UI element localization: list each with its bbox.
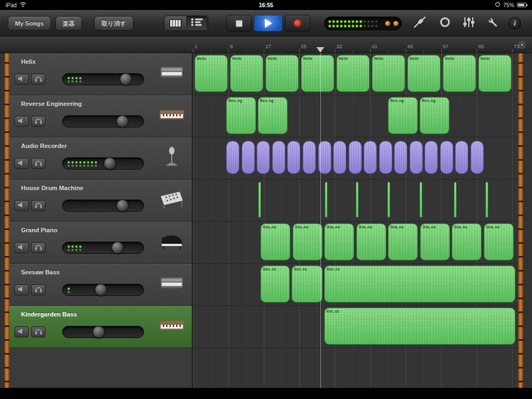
- region[interactable]: Rev..ng: [420, 97, 449, 134]
- region[interactable]: [454, 182, 457, 218]
- volume-knob[interactable]: [95, 284, 107, 296]
- scroll-strip-left[interactable]: [4, 53, 9, 388]
- region[interactable]: Helix: [230, 55, 263, 92]
- song-settings-button[interactable]: [485, 17, 500, 29]
- tracks-view-button[interactable]: [186, 16, 208, 30]
- solo-button[interactable]: [31, 116, 45, 127]
- region[interactable]: [303, 141, 316, 174]
- region[interactable]: [485, 182, 488, 218]
- region[interactable]: [258, 182, 261, 218]
- track-lane[interactable]: Rev..ngRev..ngRev..ngRev..ng: [193, 95, 519, 137]
- region[interactable]: Rev..ng: [258, 97, 288, 134]
- volume-knob[interactable]: [93, 326, 105, 338]
- solo-button[interactable]: [31, 74, 45, 85]
- volume-knob[interactable]: [120, 73, 132, 85]
- region[interactable]: Helix: [336, 55, 370, 92]
- mute-button[interactable]: [14, 284, 29, 295]
- track-lane[interactable]: [193, 180, 519, 222]
- volume-knob[interactable]: [116, 200, 129, 212]
- instruments-button[interactable]: 楽器: [55, 16, 82, 30]
- mixer-button[interactable]: [462, 17, 476, 29]
- meter-knob-icon[interactable]: [393, 21, 399, 27]
- region[interactable]: [379, 141, 392, 174]
- volume-slider[interactable]: [62, 73, 144, 85]
- region[interactable]: [394, 141, 407, 174]
- region[interactable]: [455, 141, 468, 174]
- volume-knob[interactable]: [116, 115, 129, 127]
- region[interactable]: [470, 141, 484, 174]
- volume-slider[interactable]: [62, 242, 144, 254]
- solo-button[interactable]: [31, 158, 45, 169]
- keyboard-view-button[interactable]: [165, 16, 186, 30]
- region[interactable]: [325, 182, 328, 218]
- scroll-strip-right[interactable]: [518, 53, 523, 388]
- volume-knob[interactable]: [111, 242, 124, 254]
- undo-button[interactable]: 取り消す: [94, 16, 134, 30]
- region[interactable]: Rev..ng: [226, 97, 256, 134]
- track-header[interactable]: Audio Recorder: [9, 137, 193, 180]
- solo-button[interactable]: [31, 242, 45, 253]
- region[interactable]: Helix: [407, 55, 441, 92]
- region[interactable]: Gra..no: [324, 223, 354, 260]
- mute-button[interactable]: [14, 74, 29, 85]
- region[interactable]: [242, 141, 255, 174]
- track-lane[interactable]: [193, 137, 519, 180]
- region[interactable]: [287, 141, 300, 174]
- region[interactable]: Helix: [478, 55, 511, 92]
- mute-button[interactable]: [14, 326, 29, 337]
- playhead-handle[interactable]: [316, 47, 324, 53]
- region[interactable]: [420, 182, 422, 218]
- region[interactable]: Helix: [265, 55, 299, 92]
- track-header[interactable]: House Drum Machine: [9, 180, 193, 222]
- region[interactable]: Kin..ss: [324, 308, 515, 345]
- volume-slider[interactable]: [62, 115, 144, 127]
- play-button[interactable]: [254, 15, 283, 32]
- region[interactable]: See..ss: [324, 265, 515, 303]
- loop-browser-button[interactable]: [438, 17, 452, 29]
- region[interactable]: Gra..no: [484, 223, 514, 260]
- ruler-settings-icon[interactable]: [518, 40, 526, 49]
- region[interactable]: Rev..ng: [388, 97, 418, 134]
- track-header[interactable]: Helix: [9, 53, 193, 95]
- mute-button[interactable]: [14, 242, 29, 253]
- input-jack-button[interactable]: [413, 17, 427, 29]
- region[interactable]: [356, 182, 359, 218]
- volume-slider[interactable]: [62, 157, 144, 170]
- timeline[interactable]: HelixHelixHelixHelixHelixHelixHelixHelix…: [193, 53, 519, 388]
- region[interactable]: Helix: [372, 55, 405, 92]
- region[interactable]: [424, 141, 438, 174]
- region[interactable]: See..ss: [260, 265, 290, 303]
- solo-button[interactable]: [31, 200, 45, 211]
- region[interactable]: [226, 141, 239, 174]
- track-header[interactable]: Kindergarden Bass: [9, 306, 193, 348]
- volume-slider[interactable]: [62, 200, 144, 212]
- stop-button[interactable]: [226, 15, 252, 32]
- solo-button[interactable]: [31, 326, 45, 337]
- region[interactable]: [440, 141, 453, 174]
- mute-button[interactable]: [14, 200, 29, 211]
- region[interactable]: [387, 182, 390, 218]
- region[interactable]: Gra..no: [356, 223, 386, 260]
- track-lane[interactable]: HelixHelixHelixHelixHelixHelixHelixHelix…: [193, 53, 519, 95]
- track-header[interactable]: Reverse Engineering: [9, 95, 193, 137]
- record-button[interactable]: [285, 15, 310, 32]
- volume-slider[interactable]: [62, 284, 144, 296]
- track-lane[interactable]: See..ssSee..ssSee..ss: [193, 264, 519, 306]
- region[interactable]: Helix: [195, 55, 228, 92]
- region[interactable]: [410, 141, 423, 174]
- solo-button[interactable]: [31, 284, 45, 295]
- region[interactable]: Gra..no: [420, 223, 450, 260]
- info-button[interactable]: i: [509, 17, 521, 29]
- region[interactable]: [272, 141, 285, 174]
- timeline-ruler[interactable]: 191725334149576573: [0, 37, 532, 53]
- region[interactable]: Helix: [443, 55, 476, 92]
- region[interactable]: Gra..no: [388, 223, 418, 260]
- region[interactable]: [349, 141, 362, 174]
- my-songs-button[interactable]: My Songs: [8, 16, 51, 30]
- region[interactable]: [257, 141, 270, 174]
- mute-button[interactable]: [14, 158, 29, 169]
- region[interactable]: Gra..no: [452, 223, 482, 260]
- volume-knob[interactable]: [104, 157, 116, 170]
- region[interactable]: [364, 141, 377, 174]
- track-lane[interactable]: Gra..noGra..noGra..noGra..noGra..noGra..…: [193, 222, 519, 264]
